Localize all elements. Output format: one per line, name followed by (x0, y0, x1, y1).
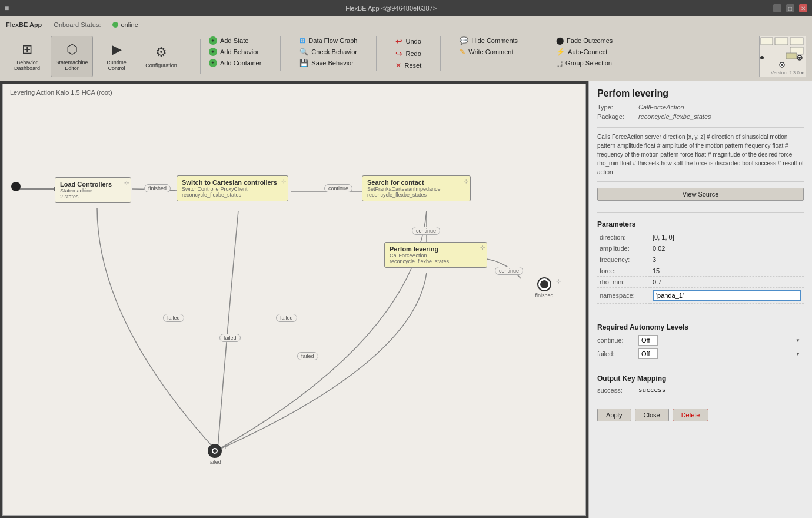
app-icon: ■ (5, 4, 9, 12)
param-input-5[interactable] (653, 290, 801, 301)
add-state-button[interactable]: + Add State (207, 36, 264, 45)
finished-label: finished (535, 293, 553, 298)
nav-statemachine-label: StatemachineEditor (55, 59, 88, 71)
failed-terminal: failed ⊹ (208, 444, 222, 458)
divider-4 (597, 367, 804, 367)
configuration-icon: ⚙ (155, 45, 167, 60)
move-handle-2[interactable]: ⊹ (281, 178, 286, 184)
write-comment-label: Write Comment (468, 48, 513, 55)
package-label: Package: (597, 113, 638, 120)
autonomy-select-0[interactable]: OffLowHighFull (638, 335, 658, 346)
failed-move-icon[interactable]: ⊹ (223, 443, 228, 450)
save-behavior-button[interactable]: 💾 Save Behavior (297, 58, 360, 68)
view-source-button[interactable]: View Source (597, 188, 804, 201)
add-container-label: Add Container (220, 59, 261, 67)
svg-rect-2 (790, 38, 803, 45)
node-sub1-perfom: CallForceAction (390, 253, 482, 258)
apply-button[interactable]: Apply (597, 409, 631, 421)
save-behavior-label: Save Behavior (311, 59, 354, 67)
add-behavior-button[interactable]: + Add Behavior (207, 47, 264, 57)
package-row: Package: reconcycle_flexbe_states (597, 113, 804, 120)
param-value-1: 0.02 (650, 243, 804, 254)
delete-button[interactable]: Delete (673, 409, 709, 421)
divider-1 (597, 127, 804, 128)
switch-controllers-node[interactable]: ⊹ Switch to Cartesian controllers Switch… (177, 175, 288, 201)
undo-button[interactable]: ↩ Undo (393, 36, 424, 47)
write-icon: ✎ (460, 48, 465, 56)
onboard-label: Onboard Status: (54, 21, 101, 28)
autonomy-title: Required Autonomy Levels (597, 323, 804, 331)
param-value-2: 3 (650, 254, 804, 265)
canvas-area[interactable]: Levering Action Kalo 1.5 HCA (root) (2, 84, 586, 516)
nav-runtime-control[interactable]: ▶ RuntimeControl (95, 36, 138, 77)
close-button[interactable]: Close (635, 409, 669, 421)
param-value-3: 15 (650, 265, 804, 277)
autonomy-label-0: continue: (597, 337, 638, 344)
add-actions-col: + Add State + Add Behavior + Add Contain… (207, 36, 264, 68)
output-rows: success:success (597, 386, 804, 396)
search-contact-node[interactable]: ⊹ Search for contact SetFrankaCartesianI… (362, 175, 471, 201)
node-sub2-perfom: reconcycle_flexbe_states (390, 258, 482, 264)
fade-outcomes-button[interactable]: ⬤ Fade Outcomes (554, 36, 615, 45)
param-row-3: force:15 (597, 265, 804, 277)
move-handle-1[interactable]: ⊹ (124, 180, 129, 186)
group-selection-button[interactable]: ⬚ Group Selection (554, 58, 615, 68)
auto-connect-button[interactable]: ⚡ Auto-Connect (554, 47, 615, 57)
param-value-5[interactable] (650, 288, 804, 304)
close-button[interactable]: ✕ (799, 4, 807, 12)
auto-connect-icon: ⚡ (556, 48, 565, 56)
data-flow-graph-button[interactable]: ⊞ Data Flow Graph (297, 36, 360, 45)
separator-5 (537, 36, 537, 71)
param-row-0: direction:[0, 1, 0] (597, 232, 804, 243)
autonomy-label-1: failed: (597, 350, 638, 357)
node-title-perfom: Perfom levering (390, 245, 482, 253)
finished-terminal: finished ⊹ (537, 277, 551, 291)
runtime-control-icon: ▶ (112, 42, 122, 57)
save-icon: 💾 (299, 59, 308, 67)
node-title-switch: Switch to Cartesian controllers (182, 179, 283, 186)
nav-configuration[interactable]: ⚙ Configuration (140, 36, 182, 77)
behavior-dashboard-icon: ⊞ (22, 42, 32, 57)
divider-5 (597, 401, 804, 401)
check-behavior-label: Check Behavior (311, 48, 357, 55)
data-flow-label: Data Flow Graph (308, 37, 357, 44)
group-selection-label: Group Selection (565, 59, 612, 67)
view-options-col: ⬤ Fade Outcomes ⚡ Auto-Connect ⬚ Group S… (554, 36, 615, 68)
check-behavior-button[interactable]: 🔍 Check Behavior (297, 47, 360, 57)
hide-comments-button[interactable]: 💬 Hide Comments (457, 36, 520, 45)
comment-icon: 💬 (460, 36, 468, 45)
statemachine-editor-icon: ⬡ (66, 42, 78, 57)
move-handle-3[interactable]: ⊹ (464, 178, 468, 184)
perfom-levering-node[interactable]: ⊹ Perfom levering CallForceAction reconc… (384, 242, 487, 268)
toolbar-actions: + Add State + Add Behavior + Add Contain… (207, 36, 806, 77)
status-dot (112, 22, 118, 28)
minimap[interactable]: Version: 2.3.0 ● (759, 36, 806, 77)
autonomy-select-1[interactable]: OffLowHighFull (638, 348, 658, 359)
package-value: reconcycle_flexbe_states (638, 113, 711, 120)
nav-behavior-dashboard[interactable]: ⊞ BehaviorDashboard (6, 36, 48, 77)
write-comment-button[interactable]: ✎ Write Comment (457, 47, 520, 57)
add-container-icon: + (209, 59, 217, 67)
description-text: Calls ForceAction server direction [x, y… (597, 132, 804, 182)
param-key-3: force: (597, 265, 650, 277)
panel-title: Perfom levering (597, 88, 804, 99)
move-handle-4[interactable]: ⊹ (480, 244, 485, 251)
continue-edge-label-2: continue (412, 227, 440, 235)
maximize-button[interactable]: □ (786, 4, 794, 12)
reset-button[interactable]: ✕ Reset (393, 61, 424, 70)
right-panel: Perfom levering Type: CallForceAction Pa… (588, 81, 812, 518)
load-controllers-node[interactable]: ⊹ Load Controllers Statemachine 2 states (55, 177, 131, 203)
param-key-1: amplitude: (597, 243, 650, 254)
menubar-top: FlexBE App Onboard Status: online (0, 16, 812, 33)
add-container-button[interactable]: + Add Container (207, 58, 264, 68)
move-icon-terminal[interactable]: ⊹ (553, 277, 564, 285)
node-title-load: Load Controllers (60, 181, 126, 188)
minimize-button[interactable]: — (773, 4, 781, 12)
svg-point-4 (760, 56, 764, 59)
param-key-4: rho_min: (597, 277, 650, 288)
redo-button[interactable]: ↪ Redo (393, 48, 424, 59)
app-name: FlexBE App (6, 21, 42, 28)
start-node (11, 182, 21, 191)
param-value-0: [0, 1, 0] (650, 232, 804, 243)
nav-statemachine-editor[interactable]: ⬡ StatemachineEditor (51, 36, 93, 77)
